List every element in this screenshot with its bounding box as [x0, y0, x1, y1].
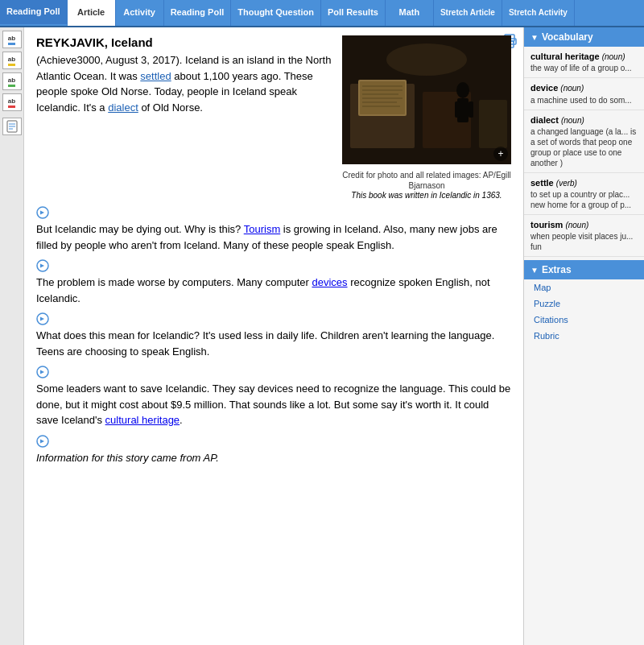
zoom-button[interactable]: + [493, 147, 508, 161]
audio-icon-svg-4 [36, 312, 49, 325]
audio-icon-2[interactable] [36, 206, 511, 221]
tool-notes[interactable] [2, 118, 22, 135]
vocab-pos-device: (noun) [560, 84, 584, 93]
vocab-entry-dialect: dialect (noun) a changed language (a la.… [524, 110, 644, 173]
article-text-left: REYKJAVIK, Iceland (Achieve3000, August … [36, 35, 342, 115]
vocab-entry-settle: settle (verb) to set up a country or pla… [524, 173, 644, 215]
tab-thought-question[interactable]: Thought Question [231, 0, 321, 26]
tool-highlight-blue[interactable]: ab [2, 31, 22, 48]
audio-icon-6[interactable] [36, 435, 511, 450]
tab-math[interactable]: Math [386, 0, 434, 26]
svg-rect-22 [455, 101, 460, 118]
right-sidebar: ▼ Vocabulary cultural heritage (noun) th… [523, 27, 644, 645]
main-layout: ab ab ab ab [0, 27, 644, 645]
vocab-term-device: device [530, 83, 560, 93]
extras-link-rubric[interactable]: Rubric [524, 328, 644, 344]
vocab-term: cultural heritage [530, 52, 602, 61]
tool-highlight-red[interactable]: ab [2, 93, 22, 111]
article-header-row: REYKJAVIK, Iceland (Achieve3000, August … [36, 35, 511, 200]
tab-activity[interactable]: Activity [116, 0, 164, 26]
vocab-pos-settle: (verb) [556, 179, 577, 188]
paragraph-block-5: Some leaders want to save Icelandic. The… [36, 366, 511, 428]
audio-icon-4[interactable] [36, 312, 511, 328]
tab-reading-poll[interactable]: Reading Poll [0, 0, 68, 26]
cultural-heritage-link[interactable]: cultural heritage [105, 414, 180, 426]
extras-section: ▼ Extras Map Puzzle Citations Rubric [524, 260, 644, 344]
image-caption-italic: This book was written in Icelandic in 13… [342, 191, 511, 200]
vocab-entry-tourism: tourism (noun) when people visit places … [524, 215, 644, 257]
vocab-term-tourism: tourism [530, 220, 565, 229]
paragraph-block-6: Information for this story came from AP. [36, 435, 511, 466]
vocab-term-settle: settle [530, 178, 556, 188]
article-title: REYKJAVIK, Iceland [36, 35, 334, 49]
vocabulary-triangle-icon: ▼ [530, 33, 539, 42]
svg-point-24 [386, 43, 467, 76]
vocab-def-settle: to set up a country or plac... new home … [530, 189, 638, 210]
extras-link-citations[interactable]: Citations [524, 312, 644, 328]
vocab-pos-dialect: (noun) [561, 116, 584, 125]
extras-triangle-icon: ▼ [530, 266, 539, 275]
tab-reading-poll-2[interactable]: Reading Poll [164, 0, 232, 26]
audio-icon-svg [36, 206, 49, 219]
audio-icon-5[interactable] [36, 366, 511, 381]
article-image [342, 35, 511, 164]
svg-point-7 [513, 41, 514, 43]
paragraph-3-text: The problem is made worse by computers. … [36, 275, 511, 306]
extras-link-puzzle[interactable]: Puzzle [524, 296, 644, 312]
extras-header: ▼ Extras [524, 260, 644, 279]
extras-link-map[interactable]: Map [524, 279, 644, 296]
tourism-link[interactable]: Tourism [244, 223, 281, 235]
vocab-entry-cultural-heritage: cultural heritage (noun) the way of life… [524, 47, 644, 78]
article-byline-para: (Achieve3000, August 3, 2017). Iceland i… [36, 52, 334, 115]
image-caption: Credit for photo and all related images:… [342, 170, 511, 191]
paragraph-block-3: The problem is made worse by computers. … [36, 259, 511, 306]
vocab-def-dialect: a changed language (a la... is a set of … [530, 126, 638, 168]
vocab-pos: (noun) [602, 52, 625, 61]
tool-highlight-yellow[interactable]: ab [2, 52, 22, 69]
paragraph-6-text: Information for this story came from AP. [36, 450, 511, 466]
tab-stretch-activity[interactable]: Stretch Activity [502, 0, 575, 26]
top-navigation: Reading Poll Article Activity Reading Po… [0, 0, 644, 27]
article-image-svg [342, 35, 511, 164]
article-image-figure: + [342, 35, 511, 164]
article-content: REYKJAVIK, Iceland (Achieve3000, August … [24, 27, 523, 645]
tab-stretch-article[interactable]: Stretch Article [434, 0, 502, 26]
vocab-pos-tourism: (noun) [565, 221, 588, 229]
paragraph-2-text: But Icelandic may be dying out. Why is t… [36, 221, 511, 253]
svg-rect-11 [479, 100, 507, 148]
tab-article[interactable]: Article [68, 0, 116, 26]
paragraph-block-2: But Icelandic may be dying out. Why is t… [36, 206, 511, 253]
notes-icon [6, 120, 18, 133]
audio-icon-svg-6 [36, 435, 49, 448]
svg-rect-23 [469, 101, 473, 118]
vocab-def-device: a machine used to do som... [530, 95, 638, 105]
vocab-entry-device: device (noun) a machine used to do som..… [524, 78, 644, 110]
left-sidebar: ab ab ab ab [0, 27, 24, 645]
settled-link[interactable]: settled [140, 70, 171, 82]
paragraph-block-4: What does this mean for Icelandic? It's … [36, 312, 511, 359]
vocab-term-dialect: dialect [530, 115, 561, 125]
audio-icon-3[interactable] [36, 259, 511, 275]
vocab-def: the way of life of a group o... [530, 63, 638, 73]
vocab-def-tourism: when people visit places ju... fun [530, 231, 638, 252]
tool-highlight-green[interactable]: ab [2, 72, 22, 90]
tab-poll-results[interactable]: Poll Results [321, 0, 386, 26]
dialect-link[interactable]: dialect [108, 101, 138, 114]
paragraph-5-text: Some leaders want to save Icelandic. The… [36, 381, 511, 428]
svg-point-20 [456, 82, 469, 98]
vocabulary-header: ▼ Vocabulary [524, 27, 644, 47]
audio-icon-svg-3 [36, 259, 49, 272]
audio-icon-svg-5 [36, 366, 49, 378]
paragraph-4-text: What does this mean for Icelandic? It's … [36, 328, 511, 359]
article-image-area: + Credit for photo and all related image… [342, 35, 511, 200]
devices-link[interactable]: devices [312, 276, 347, 288]
